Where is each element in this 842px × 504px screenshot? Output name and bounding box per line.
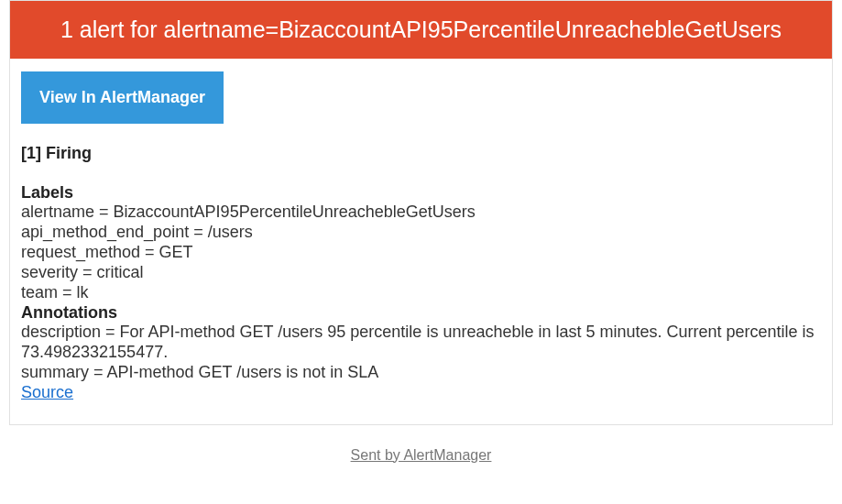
label-row: severity = critical xyxy=(21,263,823,283)
alert-card: 1 alert for alertname=BizaccountAPI95Per… xyxy=(9,0,833,425)
labels-heading: Labels xyxy=(21,183,823,203)
label-row: api_method_end_point = /users xyxy=(21,223,823,243)
alert-header: 1 alert for alertname=BizaccountAPI95Per… xyxy=(10,1,832,59)
annotations-heading: Annotations xyxy=(21,303,823,323)
label-row: request_method = GET xyxy=(21,243,823,263)
alert-content: View In AlertManager [1] Firing Labels a… xyxy=(10,59,832,424)
view-in-alertmanager-button[interactable]: View In AlertManager xyxy=(21,71,224,124)
annotations-list: description = For API-method GET /users … xyxy=(21,323,823,383)
labels-list: alertname = BizaccountAPI95PercentileUnr… xyxy=(21,203,823,303)
footer: Sent by AlertManager xyxy=(0,447,842,464)
label-row: team = lk xyxy=(21,283,823,303)
annotation-row: description = For API-method GET /users … xyxy=(21,323,823,363)
sent-by-alertmanager-link[interactable]: Sent by AlertManager xyxy=(351,447,492,463)
label-row: alertname = BizaccountAPI95PercentileUnr… xyxy=(21,203,823,223)
alert-title: 1 alert for alertname=BizaccountAPI95Per… xyxy=(60,16,782,42)
firing-status: [1] Firing xyxy=(21,144,823,163)
annotation-row: summary = API-method GET /users is not i… xyxy=(21,363,823,383)
source-link[interactable]: Source xyxy=(21,383,73,402)
